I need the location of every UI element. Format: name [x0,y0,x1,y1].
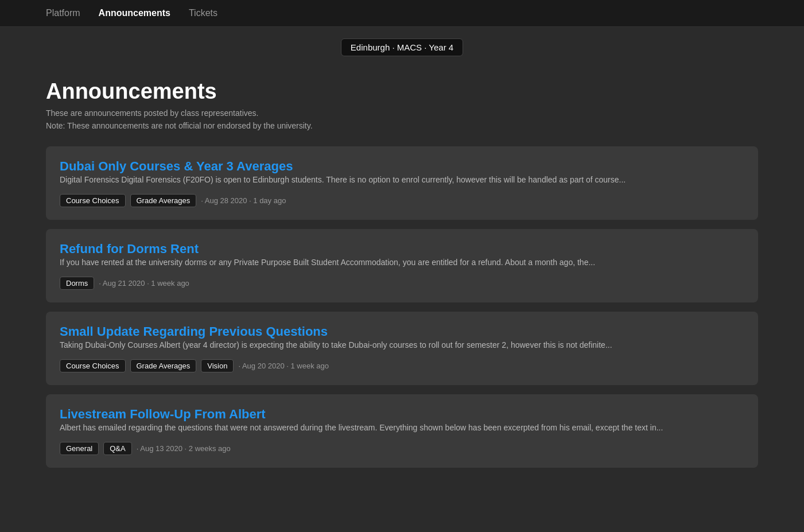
nav-announcements[interactable]: Announcements [99,8,170,18]
announcement-body: If you have rented at the university dor… [60,257,744,269]
announcement-meta: Dorms· Aug 21 2020 · 1 week ago [60,277,744,290]
nav-platform[interactable]: Platform [46,8,80,18]
announcement-tag[interactable]: Course Choices [60,359,126,372]
breadcrumb-bar: Edinburgh · MACS · Year 4 [0,27,804,62]
announcement-body: Digital Forensics Digital Forensics (F20… [60,174,744,186]
announcement-tag[interactable]: Dorms [60,277,94,290]
announcement-card: Livestream Follow-Up From AlbertAlbert h… [46,394,758,468]
announcement-card: Refund for Dorms RentIf you have rented … [46,229,758,302]
page-subtitle: These are announcements posted by class … [46,108,758,118]
main-content: Announcements These are announcements po… [0,62,804,494]
announcement-meta: GeneralQ&A· Aug 13 2020 · 2 weeks ago [60,442,744,455]
announcement-card: Small Update Regarding Previous Question… [46,312,758,385]
announcement-title[interactable]: Small Update Regarding Previous Question… [60,324,328,339]
announcement-meta: Course ChoicesGrade AveragesVision· Aug … [60,359,744,372]
announcement-title[interactable]: Refund for Dorms Rent [60,242,199,256]
announcement-date: · Aug 20 2020 · 1 week ago [238,362,329,370]
nav-tickets[interactable]: Tickets [189,8,217,18]
announcement-body: Taking Dubai-Only Courses Albert (year 4… [60,339,744,351]
top-navigation: Platform Announcements Tickets [0,0,804,27]
announcement-tag[interactable]: General [60,442,99,455]
announcement-date: · Aug 13 2020 · 2 weeks ago [137,444,231,453]
announcement-tag[interactable]: Grade Averages [130,359,197,372]
announcement-title[interactable]: Livestream Follow-Up From Albert [60,407,266,421]
announcement-card: Dubai Only Courses & Year 3 AveragesDigi… [46,146,758,220]
page-title: Announcements [46,79,758,104]
announcement-tag[interactable]: Vision [201,359,234,372]
announcement-meta: Course ChoicesGrade Averages· Aug 28 202… [60,194,744,207]
announcement-tag[interactable]: Grade Averages [130,194,197,207]
page-note: Note: These announcements are not offici… [46,121,758,130]
announcements-list: Dubai Only Courses & Year 3 AveragesDigi… [46,146,758,468]
announcement-tag[interactable]: Q&A [103,442,131,455]
announcement-date: · Aug 28 2020 · 1 day ago [201,196,286,205]
announcement-body: Albert has emailed regarding the questio… [60,422,744,434]
announcement-date: · Aug 21 2020 · 1 week ago [99,279,189,288]
breadcrumb: Edinburgh · MACS · Year 4 [341,38,463,56]
announcement-tag[interactable]: Course Choices [60,194,126,207]
announcement-title[interactable]: Dubai Only Courses & Year 3 Averages [60,159,293,173]
